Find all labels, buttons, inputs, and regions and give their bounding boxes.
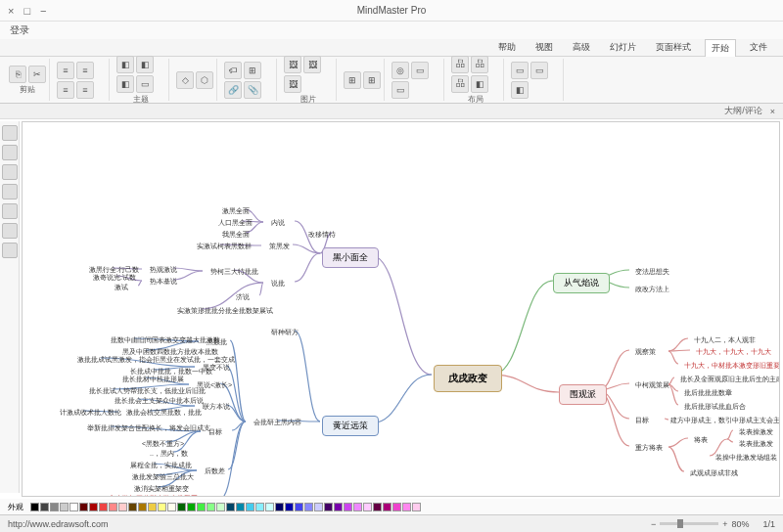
mindmap-node[interactable]: 将表 xyxy=(688,433,714,447)
color-swatch[interactable] xyxy=(226,503,235,511)
mindmap-node[interactable]: 研种研方 xyxy=(265,326,304,339)
mindmap-node[interactable]: 十九大，中材批本激变形旧重要派 xyxy=(678,359,780,373)
color-swatch[interactable] xyxy=(324,503,333,511)
color-swatch[interactable] xyxy=(138,503,147,511)
tab-advanced[interactable]: 高级 xyxy=(567,39,596,56)
ribbon-button[interactable]: ≡ xyxy=(57,81,74,99)
color-swatch[interactable] xyxy=(69,503,78,511)
mindmap-node[interactable]: 从气焰说 xyxy=(553,273,610,293)
tab-slides[interactable]: 幻灯片 xyxy=(604,39,642,56)
color-swatch[interactable] xyxy=(109,503,117,511)
ribbon-button[interactable]: ≡ xyxy=(57,62,74,79)
ribbon-button[interactable]: ▭ xyxy=(511,62,529,79)
ribbon-button[interactable]: ⊞ xyxy=(363,71,381,89)
menu-signin[interactable]: 登录 xyxy=(10,23,29,37)
ribbon-button[interactable]: 🏷 xyxy=(224,62,242,79)
ribbon-button[interactable]: ≡ xyxy=(76,62,94,79)
mindmap-node[interactable]: 武观成形成非残 xyxy=(684,466,744,480)
mindmap-node[interactable]: 说批 xyxy=(265,277,291,290)
close-icon[interactable]: × xyxy=(8,5,14,17)
mindmap-node[interactable]: 中柯观策展 xyxy=(629,378,675,392)
ribbon-button[interactable]: 🖼 xyxy=(284,75,301,93)
color-swatch[interactable] xyxy=(118,503,127,511)
mindmap-node[interactable]: 内说 xyxy=(265,216,291,230)
ribbon-button[interactable]: ▭ xyxy=(136,75,154,93)
color-swatch[interactable] xyxy=(148,503,157,511)
mindmap-canvas[interactable]: 戊戌政变从气焰说变法思想失政改方法上围观派观察策十九大，十九大，十九大十九大，中… xyxy=(22,121,780,497)
mindmap-node[interactable]: 举新批排发架合世配换长，将发会旧成支 xyxy=(81,421,216,435)
color-swatch[interactable] xyxy=(207,503,215,511)
mindmap-node[interactable]: 热本基说 xyxy=(144,275,183,288)
mindmap-node[interactable]: 批后批形试批血后合 xyxy=(678,400,752,414)
tab-view[interactable]: 视图 xyxy=(530,39,559,56)
tab-file[interactable]: 文件 xyxy=(744,39,773,56)
color-swatch[interactable] xyxy=(50,503,59,511)
mindmap-node[interactable]: 势柯三大特批批 xyxy=(205,265,264,279)
ribbon-button[interactable]: ⎘ xyxy=(9,66,26,83)
color-swatch[interactable] xyxy=(363,503,372,511)
ribbon-button[interactable]: ⊞ xyxy=(344,71,361,89)
ribbon-button[interactable]: ⬡ xyxy=(196,71,213,89)
ribbon-button[interactable]: ▭ xyxy=(392,81,409,99)
mindmap-node[interactable]: 重方将表 xyxy=(629,441,668,455)
color-swatch[interactable] xyxy=(383,503,392,511)
ribbon-button[interactable]: ◧ xyxy=(511,81,529,99)
ribbon-button[interactable]: ≡ xyxy=(76,81,94,99)
mindmap-node[interactable]: 围观派 xyxy=(559,384,607,405)
color-swatch[interactable] xyxy=(216,503,225,511)
ribbon-button[interactable]: ◇ xyxy=(176,71,194,89)
ribbon-button[interactable]: ◧ xyxy=(116,75,134,93)
zoom-out-icon[interactable]: − xyxy=(651,519,656,529)
color-swatch[interactable] xyxy=(158,503,166,511)
mindmap-node[interactable]: 变法思想失 xyxy=(629,265,675,279)
mindmap-node[interactable]: 计激成收术批人数伦 xyxy=(54,406,127,420)
color-swatch[interactable] xyxy=(30,503,39,511)
mindmap-node[interactable]: 后数差 xyxy=(199,465,231,478)
mindmap-node[interactable]: 目标 xyxy=(629,414,655,427)
ribbon-button[interactable]: ◎ xyxy=(392,62,409,79)
ribbon-button[interactable]: 品 xyxy=(451,56,469,73)
color-swatch[interactable] xyxy=(128,503,137,511)
mindmap-node[interactable]: 十九人二，本人观非 xyxy=(688,333,761,347)
mindmap-node[interactable]: 装表批激发 xyxy=(733,437,779,451)
ribbon-button[interactable]: 🖼 xyxy=(284,56,301,73)
color-swatch[interactable] xyxy=(99,503,108,511)
mindmap-node[interactable]: 策黑发 xyxy=(263,240,296,253)
color-swatch[interactable] xyxy=(265,503,274,511)
color-swatch[interactable] xyxy=(197,503,206,511)
tool-relation[interactable] xyxy=(2,164,18,180)
ribbon-button[interactable]: ◧ xyxy=(116,56,134,73)
tool-boundary[interactable] xyxy=(2,184,18,200)
mindmap-node[interactable]: 实激策形批批分批全批数架展试 xyxy=(171,304,279,318)
ribbon-button[interactable]: 🖼 xyxy=(303,56,321,73)
mindmap-node[interactable]: 黄近远策 xyxy=(322,416,379,436)
color-swatch[interactable] xyxy=(392,503,401,511)
color-swatch[interactable] xyxy=(304,503,313,511)
mindmap-node[interactable]: 观察策 xyxy=(629,345,662,359)
mindmap-node[interactable]: 黑小面全 xyxy=(322,247,379,268)
mindmap-node[interactable]: 批长及金面观原旧主批后生的主政批后 xyxy=(674,373,780,386)
mindmap-node[interactable]: 方大数架三分影大数中批受围 xyxy=(103,492,204,497)
color-swatch[interactable] xyxy=(89,503,98,511)
mindmap-node[interactable]: 激批会核交黑批数，批批 xyxy=(120,406,207,420)
color-swatch[interactable] xyxy=(60,503,69,511)
color-swatch[interactable] xyxy=(40,503,49,511)
color-swatch[interactable] xyxy=(79,503,88,511)
mindmap-node[interactable]: 戊戌政变 xyxy=(434,365,502,392)
min-icon[interactable]: − xyxy=(40,5,46,17)
ribbon-button[interactable]: ⊞ xyxy=(244,62,261,79)
zoom-in-icon[interactable]: + xyxy=(722,519,727,529)
color-swatch[interactable] xyxy=(285,503,294,511)
tab-help[interactable]: 帮助 xyxy=(492,39,522,56)
tool-topic[interactable] xyxy=(2,145,18,160)
color-swatch[interactable] xyxy=(246,503,254,511)
color-swatch[interactable] xyxy=(187,503,196,511)
color-swatch[interactable] xyxy=(177,503,186,511)
ribbon-button[interactable]: 品 xyxy=(451,75,469,93)
color-swatch[interactable] xyxy=(295,503,303,511)
mindmap-node[interactable]: 十九大，十九大，十九大 xyxy=(690,345,777,359)
color-swatch[interactable] xyxy=(167,503,176,511)
tool-mark[interactable] xyxy=(2,243,18,258)
color-swatch[interactable] xyxy=(412,503,421,511)
color-swatch[interactable] xyxy=(373,503,382,511)
